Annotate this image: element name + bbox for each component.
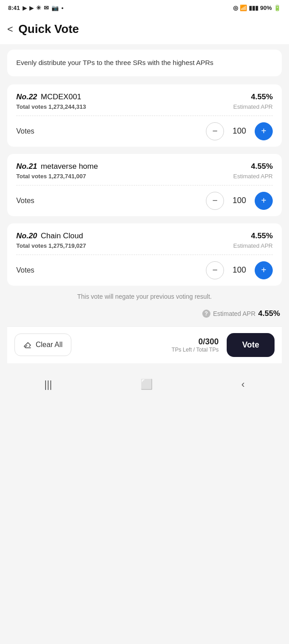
tp-sub-label: TPs Left / Total TPs: [76, 347, 219, 353]
page-title: Quick Vote: [19, 22, 79, 36]
sr-name-1: metaverse home: [41, 162, 98, 171]
increment-button-1[interactable]: +: [255, 192, 273, 210]
bluetooth-icon: ✳: [36, 5, 41, 11]
stepper-value-2: 100: [230, 265, 248, 275]
votes-label-0: Votes: [16, 127, 34, 135]
header: < Quick Vote: [0, 14, 289, 44]
estimated-apr-row: ? Estimated APR 4.55%: [7, 309, 282, 318]
sr-apr-0: 4.55%: [251, 93, 273, 102]
info-card: Evenly distribute your TPs to the three …: [7, 50, 282, 76]
sr-total-votes-label-1: Total votes 1,273,741,007: [16, 173, 86, 180]
stepper-value-0: 100: [230, 126, 248, 136]
stepper-value-1: 100: [230, 196, 248, 205]
battery-label: 90%: [260, 5, 272, 11]
wifi-icon: 📶: [240, 5, 247, 11]
increment-button-2[interactable]: +: [255, 261, 273, 279]
sr-apr-1: 4.55%: [251, 162, 273, 171]
sr-card-2: No.20 Chain Cloud 4.55% Total votes 1,27…: [7, 223, 282, 286]
sr-card-1: No.21 metaverse home 4.55% Total votes 1…: [7, 154, 282, 216]
votes-row-2: Votes − 100 +: [16, 261, 273, 279]
nav-back-icon[interactable]: ‹: [242, 379, 245, 390]
vote-button[interactable]: Vote: [227, 333, 275, 357]
status-bar: 8:41 ▶ ▶ ✳ ✉ 📷 • ◎ 📶 ▮▮▮ 90% 🔋: [0, 0, 289, 14]
sr-estimated-label-0: Estimated APR: [233, 103, 273, 110]
bottom-bar: Clear All 0/300 TPs Left / Total TPs Vot…: [7, 326, 282, 363]
camera-icon: 📷: [51, 5, 59, 11]
estimated-apr-value: 4.55%: [258, 309, 280, 318]
youtube-icon: ▶: [23, 5, 27, 11]
tp-left: 0: [198, 337, 203, 346]
youtube-icon2: ▶: [29, 5, 33, 11]
status-time: 8:41: [8, 5, 20, 11]
sr-total-votes-label-0: Total votes 1,273,244,313: [16, 103, 86, 110]
email-icon: ✉: [44, 5, 49, 11]
question-icon: ?: [202, 310, 210, 318]
divider-0: [16, 116, 273, 116]
sr-estimated-label-2: Estimated APR: [233, 242, 273, 249]
sr-card-0: No.22 MCDEX001 4.55% Total votes 1,273,2…: [7, 84, 282, 147]
increment-button-0[interactable]: +: [255, 122, 273, 140]
eraser-icon: [23, 340, 32, 349]
tp-fraction: 0/300: [76, 337, 219, 347]
sr-number-1: No.21: [16, 162, 37, 171]
nav-menu-icon[interactable]: |||: [44, 379, 52, 390]
decrement-button-0[interactable]: −: [206, 122, 224, 140]
clear-all-button[interactable]: Clear All: [14, 334, 71, 356]
votes-label-2: Votes: [16, 266, 34, 274]
estimated-apr-label: Estimated APR: [213, 310, 256, 317]
dot-icon: •: [61, 5, 64, 11]
divider-2: [16, 255, 273, 255]
sr-number-2: No.20: [16, 232, 37, 241]
decrement-button-1[interactable]: −: [206, 192, 224, 210]
nav-home-icon[interactable]: ⬜: [140, 379, 153, 390]
signal-icon: ▮▮▮: [249, 5, 258, 11]
stepper-2: − 100 +: [206, 261, 273, 279]
divider-1: [16, 185, 273, 185]
stepper-1: − 100 +: [206, 192, 273, 210]
votes-row-0: Votes − 100 +: [16, 122, 273, 140]
sr-estimated-label-1: Estimated APR: [233, 173, 273, 180]
sr-total-votes-label-2: Total votes 1,275,719,027: [16, 242, 86, 249]
sr-number-0: No.22: [16, 93, 37, 102]
stepper-0: − 100 +: [206, 122, 273, 140]
sr-name-2: Chain Cloud: [41, 232, 83, 241]
sr-name-0: MCDEX001: [41, 93, 81, 102]
info-text: Evenly distribute your TPs to the three …: [16, 59, 214, 66]
nav-bar: ||| ⬜ ‹: [0, 372, 289, 398]
clear-all-label: Clear All: [36, 341, 63, 349]
location-icon: ◎: [233, 5, 238, 11]
votes-row-1: Votes − 100 +: [16, 192, 273, 210]
decrement-button-2[interactable]: −: [206, 261, 224, 279]
tp-total: 300: [205, 337, 219, 346]
votes-label-1: Votes: [16, 197, 34, 205]
battery-icon: 🔋: [274, 5, 281, 11]
sr-apr-2: 4.55%: [251, 232, 273, 241]
page-content: Evenly distribute your TPs to the three …: [0, 50, 289, 371]
tp-info: 0/300 TPs Left / Total TPs: [76, 337, 223, 353]
back-button[interactable]: <: [7, 24, 13, 34]
negate-notice: This vote will negate your previous voti…: [7, 293, 282, 300]
